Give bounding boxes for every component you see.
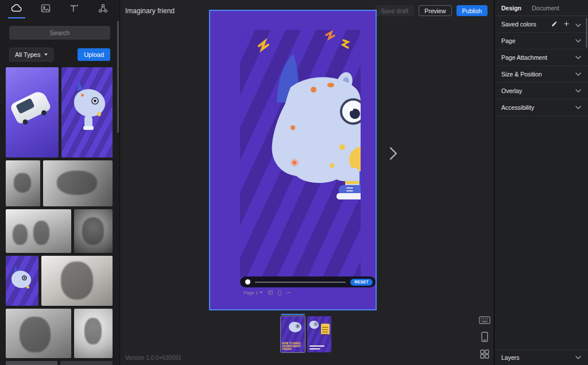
- canvas-corner-tools: [479, 316, 490, 361]
- thumbnail-dinosaur-toy-photo[interactable]: [43, 160, 113, 206]
- thumbnail-figurines-photo[interactable]: [6, 209, 71, 253]
- add-color-button[interactable]: [563, 19, 570, 29]
- section-size-position[interactable]: Size & Position: [494, 66, 588, 83]
- player-more-icon[interactable]: [287, 290, 291, 295]
- asset-panel-tabs: [0, 0, 119, 18]
- tab-text[interactable]: [67, 0, 82, 18]
- chevron-down-icon: [575, 72, 581, 76]
- section-page-attachment[interactable]: Page Attachment: [494, 49, 588, 66]
- saved-colors-expand-button[interactable]: [575, 19, 581, 29]
- search-box: [9, 26, 110, 40]
- page-thumbnail-2[interactable]: [307, 316, 331, 352]
- layers-section[interactable]: Layers: [494, 349, 588, 365]
- tab-design[interactable]: Design: [501, 5, 521, 11]
- chevron-down-icon: [575, 39, 581, 43]
- cloud-icon: [10, 2, 23, 17]
- thumbnail-toy-dog-photo[interactable]: [6, 160, 40, 206]
- next-page-button[interactable]: [389, 146, 397, 163]
- saved-colors-section[interactable]: Saved colors: [494, 16, 588, 33]
- page-select[interactable]: Page 1: [243, 290, 263, 295]
- inspector-panel: Design Document Saved colors Pa: [494, 0, 588, 365]
- selected-page-indicator: [281, 314, 305, 315]
- thumbnail-imaginary-friend-artwork[interactable]: [61, 67, 113, 157]
- device-preview-button[interactable]: [481, 332, 488, 344]
- app-root: All Types Upload: [0, 0, 588, 365]
- next-chevron-icon: [389, 153, 397, 163]
- caret-down-icon: [44, 53, 48, 56]
- preview-button[interactable]: Preview: [419, 5, 451, 16]
- page2-note-box: [321, 324, 330, 335]
- chevron-down-icon: [575, 356, 581, 359]
- keyboard-icon: [479, 316, 490, 326]
- story-page-canvas[interactable]: RESET Page 1: [209, 10, 377, 310]
- imaginary-friend-illustration: [240, 30, 361, 277]
- left-panel-scrollbar[interactable]: [117, 21, 119, 133]
- pencil-icon: [551, 19, 558, 29]
- page1-title-text: HOW TO MAKE AN IMAGINARY FRIEND: [282, 342, 304, 351]
- page-artwork: [240, 30, 361, 277]
- thumbnail-photo[interactable]: [60, 361, 113, 365]
- section-accessibility[interactable]: Accessibility: [494, 99, 588, 116]
- thumbnail-plush-monster-photo[interactable]: [6, 309, 71, 358]
- reset-button[interactable]: RESET: [350, 279, 373, 286]
- thumbnail-photo[interactable]: [6, 361, 57, 365]
- chevron-down-icon: [575, 106, 581, 109]
- page-thumbnail-strip: HOW TO MAKE AN IMAGINARY FRIEND: [281, 314, 331, 352]
- progress-track[interactable]: [255, 282, 346, 283]
- chevron-down-icon: [260, 291, 263, 293]
- upload-button[interactable]: Upload: [78, 48, 110, 61]
- player-device-icon[interactable]: [278, 290, 281, 295]
- publish-button[interactable]: Publish: [457, 5, 488, 16]
- player-bar: RESET: [240, 276, 376, 287]
- saved-colors-label: Saved colors: [501, 21, 546, 28]
- type-filter-select[interactable]: All Types: [9, 48, 53, 62]
- page-thumbnail-1[interactable]: HOW TO MAKE AN IMAGINARY FRIEND: [281, 316, 305, 352]
- thumbnail-imaginary-friend-small[interactable]: [6, 256, 38, 306]
- document-title: Imaginary friend: [125, 7, 175, 15]
- chevron-down-icon: [575, 19, 581, 29]
- thumbnail-sock-monkey-photo[interactable]: [41, 256, 113, 306]
- page-select-label: Page 1: [243, 290, 258, 295]
- search-input[interactable]: [9, 26, 110, 40]
- version-label: Version 1.0.0+630091: [125, 355, 181, 361]
- grid-icon: [480, 349, 489, 361]
- grid-view-button[interactable]: [480, 349, 489, 361]
- editor-canvas-area: Imaginary friend Save draft Preview Publ…: [121, 0, 494, 365]
- inspector-tabs: Design Document: [494, 0, 588, 16]
- keyboard-shortcuts-button[interactable]: [479, 316, 490, 326]
- text-icon: [68, 2, 80, 17]
- chevron-down-icon: [575, 56, 581, 59]
- media-grid: [6, 67, 114, 365]
- chevron-down-icon: [575, 89, 581, 93]
- type-filter-value: All Types: [15, 51, 40, 58]
- plus-icon: [563, 19, 570, 29]
- thumbnail-car-on-purple[interactable]: [6, 67, 59, 157]
- tab-assets[interactable]: [9, 0, 24, 18]
- thumbnail-cat-figurine-photo[interactable]: [74, 309, 113, 358]
- player-controls: Page 1: [243, 290, 291, 295]
- save-draft-button[interactable]: Save draft: [375, 5, 414, 16]
- image-icon: [40, 2, 52, 17]
- section-page[interactable]: Page: [494, 33, 588, 49]
- progress-knob[interactable]: [245, 279, 250, 285]
- shapes-icon: [97, 2, 109, 17]
- section-overlay[interactable]: Overlay: [494, 83, 588, 99]
- player-layout-icon[interactable]: [268, 290, 273, 295]
- tab-document[interactable]: Document: [532, 5, 559, 11]
- tab-media[interactable]: [38, 0, 53, 18]
- asset-panel: All Types Upload: [0, 0, 120, 365]
- tab-shapes[interactable]: [95, 0, 110, 18]
- phone-icon: [481, 332, 488, 344]
- car-image: [9, 89, 52, 125]
- edit-colors-button[interactable]: [551, 19, 558, 29]
- thumbnail-totoro-toy-photo[interactable]: [74, 209, 113, 253]
- right-panel-scrollbar[interactable]: [586, 18, 587, 48]
